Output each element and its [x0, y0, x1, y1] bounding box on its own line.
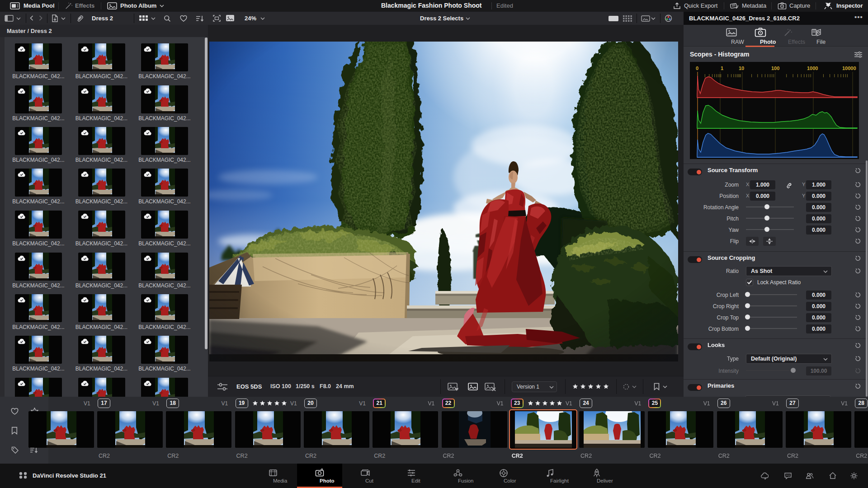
svg-text:10: 10: [739, 66, 744, 71]
svg-text:100: 100: [771, 66, 779, 71]
svg-text:10000: 10000: [842, 66, 856, 71]
svg-text:1: 1: [721, 66, 723, 71]
svg-text:0: 0: [696, 66, 698, 71]
svg-text:1000: 1000: [807, 66, 818, 71]
